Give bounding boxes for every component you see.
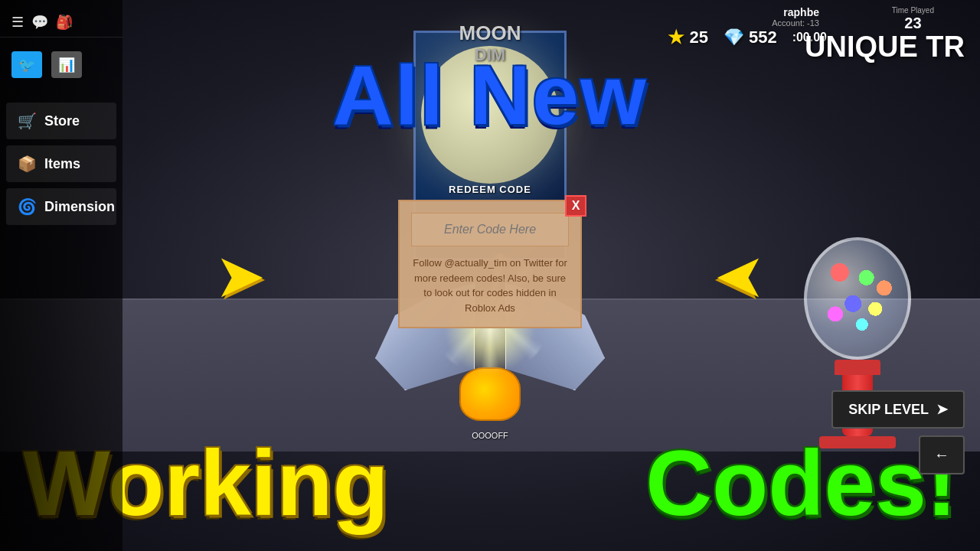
chat-icon[interactable]: 💬 [31, 14, 48, 31]
time-played: Time Played 23 [892, 6, 934, 32]
redeem-close-button[interactable]: X [565, 195, 586, 217]
social-icons-row: 🐦 📊 [0, 45, 122, 84]
skip-level-button[interactable]: SKIP LEVEL ➤ [831, 390, 965, 429]
twitter-button[interactable]: 🐦 [11, 51, 42, 78]
time-played-label: Time Played [892, 6, 934, 15]
player-label: OOOOFF [472, 431, 508, 440]
back-arrow-icon: ← [934, 446, 949, 463]
stars-value: 25 [689, 28, 707, 47]
gems-stat: 💎 552 [724, 28, 777, 47]
gem-icon: 💎 [724, 28, 744, 47]
moon-dim-text: MOON DIM [459, 21, 521, 65]
unique-text: UNIQUE TR [805, 31, 965, 64]
arrow-right: ➤ [714, 240, 766, 311]
stats-button[interactable]: 📊 [51, 51, 82, 78]
dimension-icon: 🌀 [18, 197, 37, 216]
sidebar-top-icons: ☰ 💬 🎒 [0, 8, 122, 37]
dimension-menu-item[interactable]: 🌀 Dimension [6, 188, 116, 225]
hamburger-menu-icon[interactable]: ☰ [11, 14, 24, 31]
stats-icon: 📊 [58, 57, 75, 73]
redeem-box: X Follow @actually_tim on Twitter for mo… [398, 200, 582, 328]
store-menu-item[interactable]: 🛒 Store [6, 103, 116, 139]
game-sidebar: ☰ 💬 🎒 🐦 📊 🛒 Store 📦 Items 🌀 Dimension [0, 0, 122, 551]
username: raphbe [772, 6, 819, 18]
redeem-code-input[interactable] [411, 213, 569, 246]
gumball-globe [804, 237, 911, 360]
redeem-code-dialog: REDEEM CODE X Follow @actually_tim on Tw… [398, 184, 582, 328]
twitter-icon: 🐦 [18, 57, 35, 73]
items-label: Items [44, 156, 80, 172]
star-icon: ★ [668, 27, 684, 48]
time-played-value: 23 [892, 15, 934, 32]
user-info: raphbe Account: -13 [772, 6, 819, 28]
redeem-description: Follow @actually_tim on Twitter for more… [411, 256, 569, 315]
skip-arrow-icon: ➤ [936, 401, 948, 418]
store-icon: 🛒 [18, 112, 37, 130]
skip-level-label: SKIP LEVEL [848, 402, 929, 418]
items-icon: 📦 [18, 155, 37, 173]
dimension-label: Dimension [44, 199, 115, 215]
store-label: Store [44, 113, 80, 129]
back-arrow-button[interactable]: ← [919, 435, 965, 474]
gems-value: 552 [749, 28, 777, 47]
character-body [459, 367, 521, 421]
arrow-left: ➤ [214, 240, 266, 311]
items-menu-item[interactable]: 📦 Items [6, 145, 116, 182]
redeem-label: REDEEM CODE [398, 184, 582, 195]
title-codes: Codes! [645, 430, 957, 536]
gumball-base [835, 360, 880, 375]
hud-stats: ★ 25 💎 552 :00.00 [668, 27, 827, 48]
bag-icon[interactable]: 🎒 [56, 14, 73, 31]
stars-stat: ★ 25 [668, 27, 707, 48]
